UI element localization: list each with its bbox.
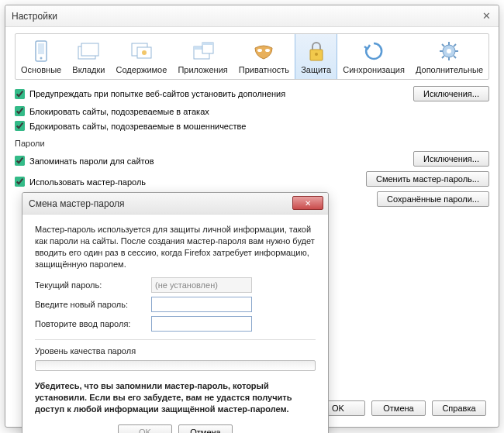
mask-icon <box>251 39 276 64</box>
dialog-title: Смена мастер-пароля <box>29 198 125 209</box>
dialog-ok-button[interactable]: OK <box>118 424 172 433</box>
tab-label: Приватность <box>236 65 292 74</box>
category-toolbar: Основные Вкладки Содержимое Приложения П… <box>15 33 489 80</box>
quality-label: Уровень качества пароля <box>35 346 316 356</box>
applications-icon <box>191 39 216 64</box>
label-block-attack: Блокировать сайты, подозреваемые в атака… <box>29 107 209 116</box>
password-quality-meter <box>35 360 316 371</box>
dialog-titlebar: Смена мастер-пароля ✕ <box>22 193 328 215</box>
checkbox-block-fraud[interactable] <box>15 121 25 131</box>
change-master-button[interactable]: Сменить мастер-пароль... <box>366 171 489 187</box>
settings-titlebar: Настройки ✕ <box>5 5 499 27</box>
tab-content[interactable]: Содержимое <box>111 34 173 79</box>
repeat-password-label: Повторите ввод пароля: <box>35 319 151 328</box>
svg-point-15 <box>315 53 318 56</box>
checkbox-warn-addons[interactable] <box>15 89 25 99</box>
tab-label: Дополнительные <box>413 65 485 74</box>
repeat-password-field[interactable] <box>151 316 252 332</box>
current-password-label: Текущий пароль: <box>35 280 151 290</box>
exceptions-button-2[interactable]: Исключения... <box>413 151 489 167</box>
svg-rect-4 <box>81 43 98 56</box>
dialog-description: Мастер-пароль используется для защиты ли… <box>35 224 316 270</box>
current-password-field <box>151 277 252 293</box>
dialog-buttons: OK Отмена <box>35 424 316 433</box>
main-footer-buttons: OK Отмена Справка <box>311 400 486 416</box>
svg-rect-11 <box>202 43 213 45</box>
svg-line-25 <box>442 56 444 58</box>
checkbox-block-attack[interactable] <box>15 106 25 116</box>
new-password-field[interactable] <box>151 297 252 312</box>
exceptions-button-1[interactable]: Исключения... <box>413 86 489 101</box>
tab-general[interactable]: Основные <box>16 34 67 79</box>
saved-passwords-button[interactable]: Сохранённые пароли... <box>377 191 489 207</box>
general-icon <box>29 39 54 64</box>
svg-point-2 <box>40 57 43 60</box>
tab-advanced[interactable]: Дополнительные <box>410 34 488 79</box>
svg-line-22 <box>442 44 444 46</box>
svg-rect-1 <box>38 43 44 54</box>
tab-label: Основные <box>19 65 64 74</box>
tab-label: Приложения <box>175 65 230 74</box>
gear-icon <box>437 39 461 64</box>
svg-line-23 <box>454 56 456 58</box>
tab-sync[interactable]: Синхронизация <box>337 34 410 79</box>
dialog-close-button[interactable]: ✕ <box>292 196 323 210</box>
help-button[interactable]: Справка <box>432 400 486 416</box>
checkbox-use-master[interactable] <box>15 177 25 187</box>
tab-applications[interactable]: Приложения <box>172 34 233 79</box>
tab-label: Защита <box>299 65 333 74</box>
checkbox-remember-passwords[interactable] <box>15 156 25 166</box>
svg-point-7 <box>142 50 147 55</box>
tab-label: Вкладки <box>70 65 107 74</box>
svg-point-17 <box>447 49 451 53</box>
tab-privacy[interactable]: Приватность <box>233 34 295 79</box>
separator <box>35 339 316 340</box>
change-master-password-dialog: Смена мастер-пароля ✕ Мастер-пароль испо… <box>22 192 329 433</box>
tab-tabs[interactable]: Вкладки <box>67 34 110 79</box>
close-icon[interactable]: ✕ <box>482 10 491 22</box>
new-password-label: Введите новый пароль: <box>35 300 151 309</box>
tab-label: Содержимое <box>114 65 170 74</box>
svg-point-12 <box>257 49 262 52</box>
lock-icon <box>304 39 329 64</box>
tabs-icon <box>76 39 101 64</box>
tab-security[interactable]: Защита <box>295 34 337 79</box>
label-remember-passwords: Запоминать пароли для сайтов <box>29 156 154 166</box>
label-warn-addons: Предупреждать при попытке веб-сайтов уст… <box>29 89 285 98</box>
settings-title: Настройки <box>12 11 57 22</box>
cancel-button[interactable]: Отмена <box>371 400 426 416</box>
label-use-master: Использовать мастер-пароль <box>29 177 146 187</box>
dialog-cancel-button[interactable]: Отмена <box>178 424 233 433</box>
sync-icon <box>361 39 386 64</box>
svg-line-24 <box>454 44 456 46</box>
tab-label: Синхронизация <box>340 65 407 74</box>
passwords-section-label: Пароли <box>15 139 489 148</box>
label-block-fraud: Бдокировать сайты, подозреваемые в мошен… <box>29 122 246 131</box>
content-icon <box>129 39 154 64</box>
svg-point-13 <box>265 49 270 52</box>
dialog-warning: Убедитесь, что вы запомнили мастер-парол… <box>35 380 316 415</box>
